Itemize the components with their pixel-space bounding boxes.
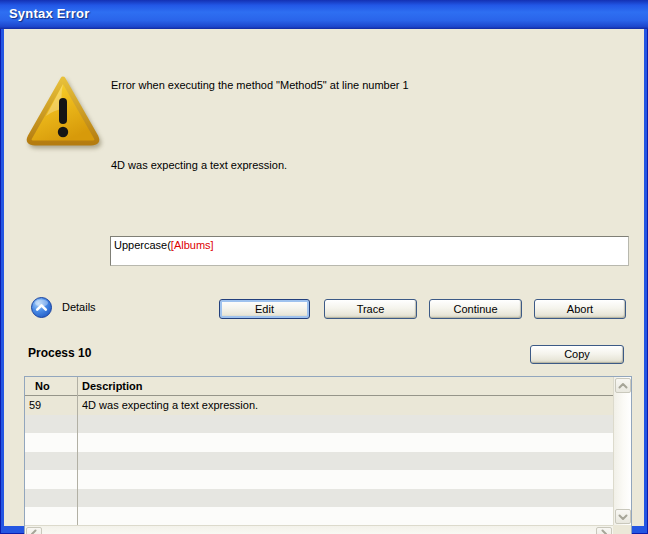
scroll-down-button[interactable] bbox=[615, 509, 631, 524]
empty-row bbox=[25, 452, 613, 471]
vertical-scrollbar[interactable] bbox=[613, 377, 631, 525]
empty-row bbox=[25, 507, 613, 525]
expression-prefix: Uppercase( bbox=[114, 239, 171, 251]
row-no: 59 bbox=[29, 399, 41, 411]
horizontal-scrollbar[interactable] bbox=[25, 525, 613, 534]
error-message-line2: 4D was expecting a text expression. bbox=[111, 159, 591, 171]
scrollbar-corner bbox=[613, 525, 631, 534]
continue-button[interactable]: Continue bbox=[429, 299, 522, 319]
column-header-no: No bbox=[35, 380, 50, 392]
expression-field[interactable]: Uppercase([Albums] bbox=[110, 236, 629, 266]
row-description: 4D was expecting a text expression. bbox=[82, 399, 258, 411]
expression-highlight: [Albums] bbox=[171, 239, 214, 251]
copy-button[interactable]: Copy bbox=[530, 345, 624, 364]
window-title: Syntax Error bbox=[9, 6, 89, 21]
syntax-error-dialog: Syntax Error Error when executing the m bbox=[0, 0, 648, 534]
table-body: 59 4D was expecting a text expression. bbox=[25, 396, 613, 525]
scroll-up-button[interactable] bbox=[615, 378, 631, 393]
empty-row bbox=[25, 433, 613, 452]
edit-button[interactable]: Edit bbox=[219, 299, 310, 319]
table-header: No Description bbox=[25, 377, 613, 396]
chevron-up-icon bbox=[618, 382, 628, 390]
chevron-down-icon bbox=[618, 513, 628, 521]
warning-triangle-icon bbox=[24, 74, 102, 150]
process-label: Process 10 bbox=[28, 346, 91, 360]
scroll-right-button[interactable] bbox=[596, 527, 612, 534]
column-header-description: Description bbox=[82, 380, 143, 392]
abort-button[interactable]: Abort bbox=[534, 299, 626, 319]
chevron-left-icon bbox=[30, 529, 38, 534]
table-row[interactable]: 59 4D was expecting a text expression. bbox=[25, 396, 613, 415]
chevron-right-icon bbox=[600, 529, 608, 534]
empty-row bbox=[25, 470, 613, 489]
details-toggle[interactable]: Details bbox=[31, 296, 96, 318]
empty-row bbox=[25, 489, 613, 508]
column-separator bbox=[77, 377, 78, 525]
empty-row bbox=[25, 415, 613, 434]
chevron-up-circle-icon bbox=[31, 297, 52, 318]
title-bar[interactable]: Syntax Error bbox=[0, 0, 648, 29]
dialog-content: Error when executing the method "Method5… bbox=[4, 29, 644, 526]
error-message-line1: Error when executing the method "Method5… bbox=[111, 79, 591, 91]
scroll-left-button[interactable] bbox=[26, 527, 42, 534]
details-label: Details bbox=[62, 301, 96, 313]
trace-button[interactable]: Trace bbox=[324, 299, 417, 319]
error-table: No Description 59 4D was expecting a tex… bbox=[24, 376, 632, 534]
